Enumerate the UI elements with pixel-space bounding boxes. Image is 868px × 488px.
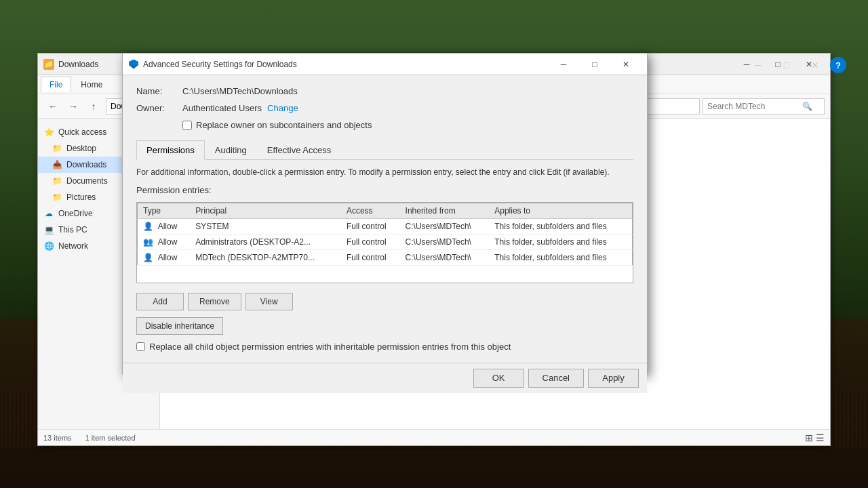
table-body: 👤 Allow SYSTEM Full control C:\Users\MDT… [138, 218, 633, 265]
permission-table-container: Type Principal Access Inherited from App… [136, 202, 633, 283]
tab-file[interactable]: File [41, 77, 71, 92]
row3-inherited: C:\Users\MDTech\ [400, 249, 490, 265]
nav-back-button[interactable]: ← [43, 97, 62, 116]
replace-all-checkbox[interactable] [136, 342, 145, 351]
replace-all-row: Replace all child object permission entr… [136, 342, 633, 352]
row3-applies: This folder, subfolders and files [489, 249, 632, 265]
nav-controls: ← → ↑ [43, 97, 103, 116]
description-text: For additional information, double-click… [136, 167, 633, 178]
row2-access: Full control [341, 234, 400, 249]
sidebar-label-quick-access: Quick access [58, 127, 106, 137]
replace-all-label: Replace all child object permission entr… [149, 342, 511, 352]
search-icon: 🔍 [802, 102, 812, 111]
pictures-icon: 📁 [52, 192, 62, 203]
table-header: Type Principal Access Inherited from App… [138, 203, 633, 218]
disable-inheritance-button[interactable]: Disable inheritance [136, 317, 223, 335]
dialog-footer: OK Cancel Apply [123, 363, 647, 393]
tab-home[interactable]: Home [73, 77, 111, 92]
sidebar-label-documents: Documents [66, 176, 108, 186]
name-row: Name: C:\Users\MDTech\Downloads [136, 86, 633, 96]
view-button[interactable]: View [245, 293, 293, 310]
dialog-shield-icon [128, 59, 139, 70]
permission-entries-label: Permission entries: [136, 185, 633, 195]
list-view-icon[interactable]: ☰ [816, 432, 825, 443]
dialog-close-button[interactable]: ✕ [610, 54, 642, 75]
table-row[interactable]: 👤 Allow SYSTEM Full control C:\Users\MDT… [138, 218, 633, 234]
sidebar-label-network: Network [58, 241, 88, 251]
ok-button[interactable]: OK [473, 369, 524, 388]
row2-inherited: C:\Users\MDTech\ [400, 234, 490, 249]
row1-principal: SYSTEM [190, 218, 341, 234]
name-label: Name: [136, 86, 177, 96]
row3-access: Full control [341, 249, 400, 265]
col-access: Access [341, 203, 400, 218]
sidebar-label-this-pc: This PC [58, 225, 87, 235]
shield-icon [129, 60, 138, 69]
row2-applies: This folder, subfolders and files [489, 234, 632, 249]
cancel-button[interactable]: Cancel [528, 369, 584, 388]
second-window-controls: ─ □ ✕ ? [745, 56, 846, 75]
search-box-container: 🔍 [703, 98, 825, 115]
owner-row: Owner: Authenticated Users Change [136, 103, 633, 113]
nav-up-button[interactable]: ↑ [84, 97, 103, 116]
row3-principal: MDTech (DESKTOP-A2MTP70... [190, 249, 341, 265]
row1-applies: This folder, subfolders and files [489, 218, 632, 234]
add-button[interactable]: Add [136, 293, 184, 310]
this-pc-icon: 💻 [43, 224, 54, 235]
explorer-title-area: 📁 Downloads [43, 59, 98, 70]
row1-user-icon: 👤 [143, 222, 153, 231]
table-row[interactable]: 👥 Allow Administrators (DESKTOP-A2... Fu… [138, 234, 633, 249]
col-type: Type [138, 203, 191, 218]
dialog-tabs: Permissions Auditing Effective Access [136, 140, 633, 160]
name-value: C:\Users\MDTech\Downloads [182, 86, 298, 96]
dialog-title: Advanced Security Settings for Downloads [143, 60, 297, 69]
owner-label: Owner: [136, 103, 177, 113]
sidebar-label-pictures: Pictures [66, 192, 96, 202]
nav-forward-button[interactable]: → [64, 97, 83, 116]
row2-type: 👥 Allow [138, 234, 191, 249]
downloads-icon: 📥 [52, 159, 62, 170]
search-input[interactable] [707, 102, 802, 111]
change-owner-link[interactable]: Change [267, 103, 298, 113]
owner-value: Authenticated Users [182, 103, 262, 113]
col-principal: Principal [190, 203, 341, 218]
item-count: 13 items [43, 434, 72, 442]
replace-owner-label: Replace owner on subcontainers and objec… [196, 120, 372, 130]
dialog-body: Name: C:\Users\MDTech\Downloads Owner: A… [123, 75, 647, 363]
dialog-title-area: Advanced Security Settings for Downloads [128, 59, 297, 70]
grid-view-icon[interactable]: ⊞ [805, 432, 813, 443]
tab-effective-access[interactable]: Effective Access [257, 140, 341, 160]
second-window-minimize[interactable]: ─ [745, 56, 772, 75]
row1-type: 👤 Allow [138, 218, 191, 234]
explorer-title: Downloads [58, 60, 98, 69]
dialog-window-controls: ─ □ ✕ [548, 54, 642, 75]
replace-owner-row: Replace owner on subcontainers and objec… [182, 120, 633, 130]
tab-permissions[interactable]: Permissions [136, 140, 205, 160]
row1-access: Full control [341, 218, 400, 234]
replace-owner-checkbox[interactable] [182, 121, 192, 130]
dialog-titlebar: Advanced Security Settings for Downloads… [123, 54, 647, 75]
dialog-maximize-button[interactable]: □ [579, 54, 610, 75]
network-icon: 🌐 [43, 241, 54, 251]
help-button[interactable]: ? [830, 57, 846, 73]
apply-button[interactable]: Apply [588, 369, 639, 388]
inheritance-section: Disable inheritance [136, 317, 633, 335]
sidebar-label-onedrive: OneDrive [58, 209, 93, 218]
sidebar-label-downloads: Downloads [66, 160, 106, 169]
sidebar-label-desktop: Desktop [66, 144, 96, 153]
onedrive-icon: ☁ [43, 208, 54, 219]
second-window-close[interactable]: ✕ [802, 56, 829, 75]
row1-inherited: C:\Users\MDTech\ [400, 218, 490, 234]
selection-info: 1 item selected [85, 434, 136, 442]
quick-access-icon: ⭐ [43, 127, 54, 138]
tab-auditing[interactable]: Auditing [205, 140, 257, 160]
advanced-security-dialog: Advanced Security Settings for Downloads… [122, 53, 648, 375]
statusbar-view-controls: ⊞ ☰ [805, 432, 825, 443]
dialog-minimize-button[interactable]: ─ [548, 54, 579, 75]
table-row[interactable]: 👤 Allow MDTech (DESKTOP-A2MTP70... Full … [138, 249, 633, 265]
remove-button[interactable]: Remove [188, 293, 241, 310]
row2-principal: Administrators (DESKTOP-A2... [190, 234, 341, 249]
col-applies: Applies to [489, 203, 632, 218]
explorer-folder-icon: 📁 [43, 59, 54, 70]
second-window-maximize[interactable]: □ [773, 56, 800, 75]
